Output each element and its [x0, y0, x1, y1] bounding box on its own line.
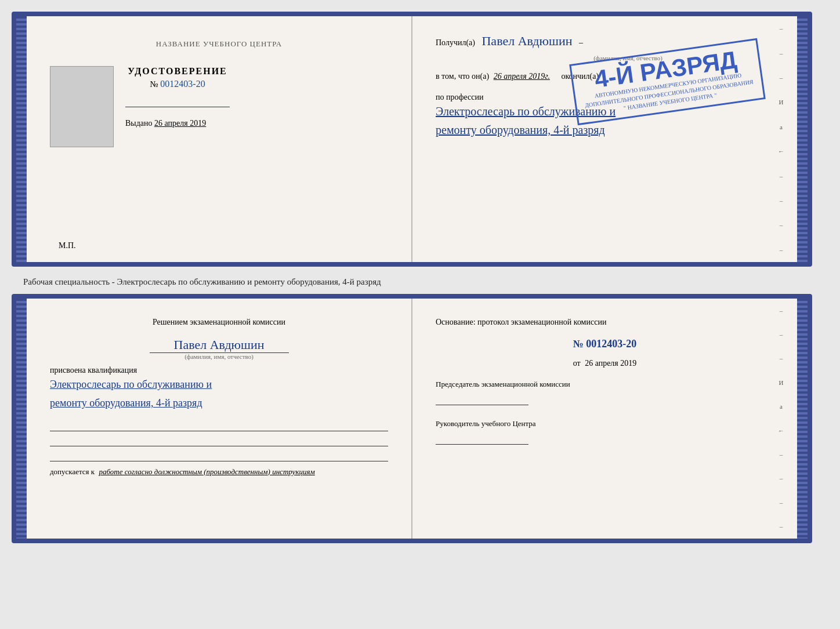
fio-label-bottom: (фамилия, имя, отчество) [50, 353, 388, 360]
sig-line-3 [50, 449, 388, 461]
cert-number-value: 0012403-20 [160, 79, 205, 89]
bottom-document: Решением экзаменационной комиссии Павел … [12, 294, 812, 543]
middle-label: Рабочая специальность - Электрослесарь п… [12, 274, 828, 287]
bottom-right-page: Основание: протокол экзаменационной коми… [412, 299, 797, 539]
protocol-number: № 0012403-20 [436, 336, 774, 352]
osnov-block: Основание: протокол экзаменационной коми… [436, 316, 774, 370]
top-left-page: НАЗВАНИЕ УЧЕБНОГО ЦЕНТРА УДОСТОВЕРЕНИЕ №… [27, 16, 412, 262]
qual-text: Электрослесарь по обслуживанию и ремонту… [50, 375, 388, 413]
cert-number: № 0012403-20 [125, 79, 230, 89]
vtom-date: 26 апреля 2019г. [494, 72, 550, 81]
name-block: Павел Авдюшин (фамилия, имя, отчество) [50, 337, 388, 360]
issued-date: 26 апреля 2019 [154, 119, 206, 128]
qualification-block: присвоена квалификация Электрослесарь по… [50, 366, 388, 413]
bottom-left-title: Решением экзаменационной комиссии [50, 316, 388, 328]
top-document: НАЗВАНИЕ УЧЕБНОГО ЦЕНТРА УДОСТОВЕРЕНИЕ №… [12, 12, 812, 267]
issued-line: Выдано 26 апреля 2019 [125, 119, 230, 128]
допускается-text: работе согласно должностным (производств… [99, 467, 314, 476]
side-marks-bottom: – – – И а ← – – – – [778, 299, 784, 539]
rukovoditel-sig-line [436, 432, 528, 445]
top-right-page: Получил(а) Павел Авдюшин – (фамилия, имя… [412, 16, 797, 262]
rukovoditel-block: Руководитель учебного Центра [436, 419, 774, 445]
person-name: Павел Авдюшин [50, 337, 388, 352]
osnov-label: Основание: протокол экзаменационной коми… [436, 316, 774, 329]
page-wrapper: НАЗВАНИЕ УЧЕБНОГО ЦЕНТРА УДОСТОВЕРЕНИЕ №… [12, 12, 828, 543]
sig-line-2 [50, 434, 388, 446]
top-left-title: НАЗВАНИЕ УЧЕБНОГО ЦЕНТРА [50, 39, 388, 49]
ot-date: 26 апреля 2019 [585, 359, 636, 368]
chairman-block: Председатель экзаменационной комиссии [436, 380, 774, 405]
mp-label: М.П. [59, 241, 76, 250]
lines-block [50, 419, 388, 461]
photo-placeholder [50, 66, 114, 147]
left-row: УДОСТОВЕРЕНИЕ № 0012403-20 Выдано 26 апр… [50, 66, 388, 147]
допускается-block: допускается к работе согласно должностны… [50, 467, 388, 477]
prisvoena-label: присвоена квалификация [50, 366, 388, 375]
side-marks: – – – И а ← – – – – [778, 16, 784, 262]
received-name: Павел Авдюшин [481, 34, 572, 48]
chairman-label: Председатель экзаменационной комиссии [436, 380, 774, 389]
cert-label: УДОСТОВЕРЕНИЕ [125, 66, 230, 77]
chairman-sig-line [436, 392, 528, 405]
rukovoditel-label: Руководитель учебного Центра [436, 419, 774, 428]
ot-line: от 26 апреля 2019 [436, 357, 774, 370]
bottom-left-page: Решением экзаменационной комиссии Павел … [27, 299, 412, 539]
left-text-block: УДОСТОВЕРЕНИЕ № 0012403-20 Выдано 26 апр… [125, 66, 230, 128]
sig-line-1 [50, 419, 388, 431]
